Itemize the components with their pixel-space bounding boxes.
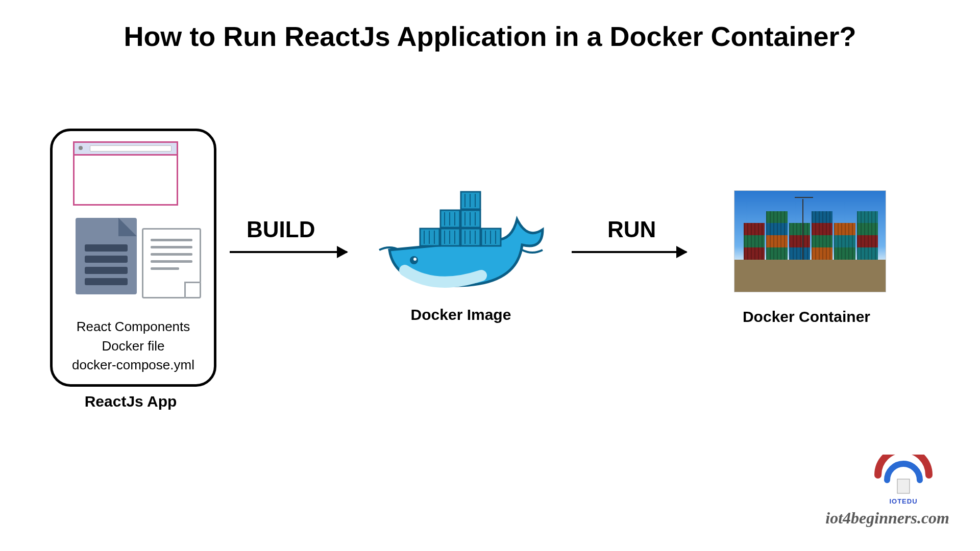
reactjs-app-caption: ReactJs App xyxy=(50,393,211,410)
arrow-build-label: BUILD xyxy=(247,217,315,242)
wifi-logo-icon xyxy=(873,455,934,495)
diagram-title: How to Run ReactJs Application in a Dock… xyxy=(0,20,980,52)
docker-container-node xyxy=(734,190,885,291)
docker-image-caption: Docker Image xyxy=(374,306,548,323)
shipping-containers-photo xyxy=(734,190,886,292)
arrow-build xyxy=(230,251,347,253)
docker-whale-icon xyxy=(374,189,548,296)
reactjs-app-contents: React Components Docker file docker-comp… xyxy=(53,317,214,375)
footer-site-text: iot4beginners.com xyxy=(825,509,949,528)
logo-text: IOTEDU xyxy=(873,497,934,505)
reactjs-app-node: React Components Docker file docker-comp… xyxy=(50,129,216,387)
browser-window-icon xyxy=(73,141,178,206)
react-line-1: React Components xyxy=(53,317,214,337)
arrow-run xyxy=(572,251,687,253)
docker-image-node xyxy=(374,189,548,296)
document-filled-icon xyxy=(76,218,137,294)
docker-container-caption: Docker Container xyxy=(709,308,903,325)
document-outline-icon xyxy=(142,228,201,298)
react-line-3: docker-compose.yml xyxy=(53,356,214,375)
svg-point-1 xyxy=(413,258,416,261)
svg-rect-30 xyxy=(897,479,910,493)
react-line-2: Docker file xyxy=(53,337,214,356)
iotedu-logo: IOTEDU xyxy=(873,455,934,505)
arrow-run-label: RUN xyxy=(607,217,656,242)
